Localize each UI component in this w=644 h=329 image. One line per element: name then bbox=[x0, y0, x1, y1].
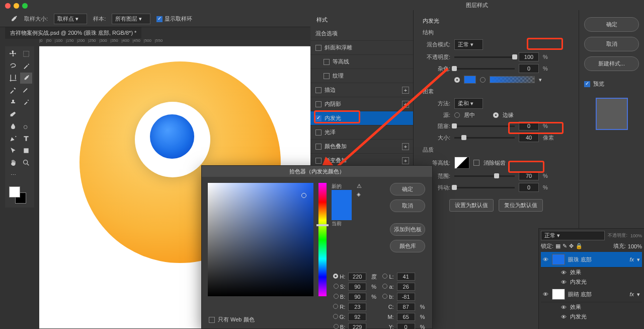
style-checkbox[interactable] bbox=[324, 59, 330, 65]
blur-tool[interactable] bbox=[7, 121, 19, 132]
bv-input[interactable] bbox=[348, 293, 366, 301]
visibility-toggle-icon[interactable]: 👁 bbox=[543, 256, 549, 262]
noise-slider[interactable] bbox=[454, 68, 515, 70]
layer-name[interactable]: 眼珠 底部 bbox=[568, 256, 592, 264]
crop-tool[interactable] bbox=[7, 73, 19, 84]
cp-cancel-button[interactable]: 取消 bbox=[390, 200, 425, 212]
eraser-tool[interactable] bbox=[7, 109, 19, 120]
marquee-tool[interactable] bbox=[20, 48, 32, 59]
opacity-slider[interactable] bbox=[454, 56, 515, 58]
move-tool[interactable] bbox=[7, 48, 19, 59]
wand-tool[interactable] bbox=[20, 60, 32, 72]
preview-checkbox[interactable]: 预览 bbox=[584, 80, 639, 88]
noise-input[interactable]: 0 bbox=[519, 64, 539, 73]
style-item[interactable]: 光泽 bbox=[310, 125, 413, 140]
lock-move-icon[interactable]: ✥ bbox=[569, 243, 574, 249]
m-input[interactable] bbox=[397, 313, 415, 321]
c-input[interactable] bbox=[397, 303, 415, 311]
visibility-toggle-icon[interactable]: 👁 bbox=[543, 291, 549, 297]
chevron-down-icon[interactable]: ▾ bbox=[637, 256, 640, 263]
gamut-warning-icon[interactable]: ⚠ bbox=[357, 183, 362, 189]
style-checkbox[interactable] bbox=[315, 129, 321, 136]
gradient-radio[interactable] bbox=[480, 77, 486, 83]
fx-badge[interactable]: fx bbox=[629, 256, 634, 262]
jitter-input[interactable]: 0 bbox=[519, 183, 539, 192]
b-input[interactable] bbox=[397, 293, 415, 301]
style-checkbox[interactable] bbox=[315, 158, 321, 164]
history-brush-tool[interactable] bbox=[20, 97, 32, 108]
brush-tool[interactable] bbox=[20, 85, 32, 96]
r-input[interactable] bbox=[348, 303, 366, 311]
close-window-button[interactable] bbox=[5, 3, 11, 9]
maximize-window-button[interactable] bbox=[22, 3, 28, 9]
eyedropper-tool[interactable] bbox=[20, 73, 32, 84]
blending-options-item[interactable]: 混合选项 bbox=[310, 27, 413, 41]
add-style-instance-button[interactable]: + bbox=[402, 143, 409, 150]
lasso-tool[interactable] bbox=[7, 60, 19, 72]
style-checkbox[interactable] bbox=[315, 87, 321, 93]
a-radio[interactable] bbox=[382, 284, 387, 289]
opacity-input[interactable]: 100 bbox=[519, 52, 539, 61]
layer-effect-innerglow[interactable]: 👁内发光 bbox=[541, 277, 642, 287]
size-input[interactable]: 40 bbox=[519, 133, 539, 142]
gradient-chip[interactable] bbox=[490, 76, 535, 83]
jitter-slider[interactable] bbox=[454, 187, 515, 188]
add-style-instance-button[interactable]: + bbox=[402, 87, 409, 94]
cube-icon[interactable]: ◈ bbox=[357, 191, 362, 197]
document-tab[interactable]: 吉祥物案例实战.psd @ 200% (眼珠 底部, RGB/8*) * bbox=[5, 27, 141, 39]
s-input[interactable] bbox=[348, 283, 366, 291]
style-item[interactable]: 内阴影+ bbox=[310, 97, 413, 111]
contour-picker[interactable] bbox=[454, 157, 469, 169]
layer-row[interactable]: 👁 眼珠 底部 fx▾ bbox=[541, 252, 642, 268]
source-edge-radio[interactable] bbox=[493, 112, 499, 118]
style-checkbox[interactable] bbox=[315, 115, 321, 121]
style-checkbox[interactable] bbox=[315, 101, 321, 107]
layer-effects-row[interactable]: 👁效果 bbox=[541, 268, 642, 277]
style-checkbox[interactable] bbox=[324, 73, 330, 79]
cancel-button[interactable]: 取消 bbox=[584, 37, 639, 51]
show-ring-checkbox[interactable]: 显示取样环 bbox=[156, 15, 192, 23]
h-radio[interactable] bbox=[333, 274, 338, 279]
lock-brush-icon[interactable]: ✎ bbox=[562, 243, 567, 249]
sample-size-select[interactable]: 取样点 ▾ bbox=[54, 14, 87, 24]
cp-color-libs-button[interactable]: 颜色库 bbox=[390, 240, 425, 252]
size-slider[interactable] bbox=[454, 137, 515, 139]
gradient-tool[interactable] bbox=[20, 109, 32, 120]
antialias-checkbox[interactable] bbox=[473, 160, 479, 166]
hand-tool[interactable] bbox=[7, 157, 19, 168]
web-colors-checkbox[interactable]: 只有 Web 颜色 bbox=[209, 316, 255, 323]
style-item[interactable]: 纹理 bbox=[310, 69, 413, 83]
edit-toolbar[interactable]: ⋯ bbox=[7, 169, 19, 180]
color-field[interactable] bbox=[208, 183, 313, 296]
bb-input[interactable] bbox=[348, 323, 366, 329]
bv-radio[interactable] bbox=[334, 294, 339, 299]
r-radio[interactable] bbox=[333, 304, 338, 309]
y-input[interactable] bbox=[397, 323, 415, 329]
fx-badge[interactable]: fx bbox=[629, 291, 634, 297]
minimize-window-button[interactable] bbox=[14, 3, 19, 9]
layer-name[interactable]: 眼睛 底部 bbox=[568, 291, 592, 298]
style-item[interactable]: 内发光 bbox=[310, 111, 413, 125]
glow-color-chip[interactable] bbox=[464, 76, 476, 84]
zoom-tool[interactable] bbox=[20, 157, 32, 168]
g-input[interactable] bbox=[348, 313, 366, 321]
style-checkbox[interactable] bbox=[315, 144, 321, 150]
dodge-tool[interactable] bbox=[20, 121, 32, 132]
range-input[interactable]: 70 bbox=[519, 171, 539, 180]
l-input[interactable] bbox=[397, 273, 415, 281]
style-checkbox[interactable] bbox=[315, 45, 321, 51]
path-select-tool[interactable] bbox=[7, 145, 19, 156]
choke-input[interactable]: 0 bbox=[519, 121, 539, 130]
a-input[interactable] bbox=[397, 283, 415, 291]
style-item[interactable]: 等高线 bbox=[310, 55, 413, 69]
new-style-button[interactable]: 新建样式... bbox=[584, 56, 639, 71]
source-center-radio[interactable] bbox=[454, 112, 460, 118]
style-item[interactable]: 描边+ bbox=[310, 83, 413, 97]
healing-brush-tool[interactable] bbox=[7, 85, 19, 96]
l-radio[interactable] bbox=[382, 274, 387, 279]
bb-radio[interactable] bbox=[334, 324, 339, 329]
h-input[interactable] bbox=[348, 273, 366, 281]
stamp-tool[interactable] bbox=[7, 97, 19, 108]
style-item[interactable]: 颜色叠加+ bbox=[310, 140, 413, 154]
color-swatches[interactable] bbox=[7, 185, 32, 206]
